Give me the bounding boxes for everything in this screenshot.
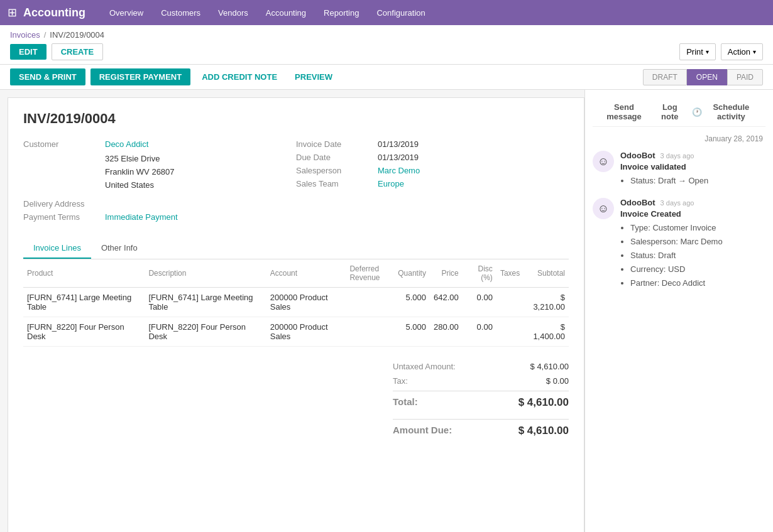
salesperson-row: Salesperson Marc Demo: [296, 166, 569, 175]
table-row[interactable]: [FURN_8220] Four Person Desk [FURN_8220]…: [23, 317, 569, 347]
tax-value: $ 0.00: [506, 376, 569, 386]
delivery-address-row: Delivery Address: [23, 199, 296, 209]
payment-terms-row: Payment Terms Immediate Payment: [23, 212, 296, 222]
breadcrumb: Invoices / INV/2019/0004: [10, 30, 763, 40]
delivery-address-label: Delivery Address: [23, 199, 105, 209]
add-credit-note-button[interactable]: ADD CREDIT NOTE: [195, 68, 283, 85]
message-time: 3 days ago: [661, 152, 694, 160]
total-value: $ 4,610.00: [506, 396, 569, 409]
cell-deferred: [346, 288, 394, 317]
nav-vendors[interactable]: Vendors: [209, 0, 257, 25]
cell-account: 200000 Product Sales: [266, 288, 346, 317]
status-draft-button[interactable]: DRAFT: [643, 69, 687, 85]
print-button[interactable]: Print ▾: [679, 43, 716, 60]
avatar: ☺: [593, 198, 614, 219]
send-message-button[interactable]: Send message: [600, 102, 648, 121]
cell-subtotal: $ 3,210.00: [524, 288, 569, 317]
col-header-disc: Disc (%): [463, 259, 496, 288]
edit-button[interactable]: EDIT: [10, 44, 47, 60]
action-button[interactable]: Action ▾: [721, 43, 763, 60]
cell-account: 200000 Product Sales: [266, 317, 346, 347]
customer-name[interactable]: Deco Addict: [105, 139, 148, 149]
payment-terms-value[interactable]: Immediate Payment: [105, 212, 178, 222]
nav-configuration[interactable]: Configuration: [368, 0, 434, 25]
nav-customers[interactable]: Customers: [152, 0, 209, 25]
send-print-button[interactable]: SEND & PRINT: [10, 68, 85, 85]
cell-quantity: 5.000: [394, 317, 430, 347]
print-arrow-icon: ▾: [706, 48, 709, 55]
col-header-price: Price: [430, 259, 463, 288]
totals-table: Untaxed Amount: $ 4,610.00 Tax: $ 0.00 T…: [393, 359, 569, 440]
untaxed-label: Untaxed Amount:: [393, 362, 456, 371]
date-divider: January 28, 2019: [593, 134, 765, 143]
cell-disc: 0.00: [463, 288, 496, 317]
col-header-quantity: Quantity: [394, 259, 430, 288]
app-grid-icon[interactable]: ⊞: [8, 6, 17, 19]
invoice-lines-table: Product Description Account Deferred Rev…: [23, 259, 569, 347]
invoice-date-label: Invoice Date: [296, 139, 378, 149]
message-list: Status: Draft → Open: [630, 174, 708, 188]
action-arrow-icon: ▾: [753, 48, 756, 55]
cell-description: [FURN_8220] Four Person Desk: [145, 317, 266, 347]
address-line3: United States: [105, 179, 296, 192]
schedule-icon: 🕐: [692, 107, 702, 117]
total-row: Total: $ 4,610.00: [393, 391, 569, 411]
cell-product: [FURN_6741] Large Meeting Table: [23, 288, 145, 317]
invoice-details-section: Invoice Date 01/13/2019 Due Date 01/13/2…: [296, 139, 569, 225]
chatter-actions: Send message Log note 🕐 Schedule activit…: [593, 97, 765, 127]
message-author: OdooBot: [620, 198, 655, 207]
invoice-content: INV/2019/0004 Customer Deco Addict 325 E…: [8, 97, 584, 532]
message-list-item: Status: Draft → Open: [630, 174, 708, 188]
customer-field-row: Customer Deco Addict: [23, 139, 296, 149]
cell-taxes: [496, 317, 524, 347]
message-body: OdooBot 3 days ago Invoice Created Type:…: [620, 198, 723, 290]
action-label: Action: [728, 47, 750, 57]
due-date-row: Due Date 01/13/2019: [296, 153, 569, 162]
print-label: Print: [686, 47, 703, 57]
invoice-date-row: Invoice Date 01/13/2019: [296, 139, 569, 149]
tab-other-info[interactable]: Other Info: [91, 238, 148, 259]
workflow-bar: SEND & PRINT REGISTER PAYMENT ADD CREDIT…: [0, 65, 773, 90]
col-header-description: Description: [145, 259, 266, 288]
cell-price: 642.00: [430, 288, 463, 317]
status-paid-button[interactable]: PAID: [727, 69, 763, 85]
invoice-header: Customer Deco Addict 325 Elsie Drive Fra…: [23, 139, 569, 225]
cell-taxes: [496, 288, 524, 317]
invoice-tabs: Invoice Lines Other Info: [23, 238, 569, 259]
message-item: ☺ OdooBot 3 days ago Invoice Created Typ…: [593, 198, 765, 290]
messages-container: ☺ OdooBot 3 days ago Invoice validated S…: [593, 151, 765, 291]
cell-product: [FURN_8220] Four Person Desk: [23, 317, 145, 347]
sales-team-value[interactable]: Europe: [378, 179, 404, 188]
breadcrumb-bar: Invoices / INV/2019/0004 EDIT CREATE Pri…: [0, 25, 773, 65]
message-header: OdooBot 3 days ago: [620, 151, 708, 160]
tax-label: Tax:: [393, 376, 408, 386]
status-open-button[interactable]: OPEN: [687, 69, 727, 85]
preview-button[interactable]: PREVIEW: [288, 68, 339, 85]
address-line2: Franklin WV 26807: [105, 166, 296, 179]
payment-terms-label: Payment Terms: [23, 212, 105, 222]
message-item: ☺ OdooBot 3 days ago Invoice validated S…: [593, 151, 765, 188]
app-title: Accounting: [23, 6, 85, 19]
sales-team-row: Sales Team Europe: [296, 179, 569, 188]
schedule-activity-button[interactable]: 🕐 Schedule activity: [692, 102, 758, 121]
status-buttons: DRAFT OPEN PAID: [643, 69, 763, 85]
tax-row: Tax: $ 0.00: [393, 374, 569, 388]
tab-invoice-lines[interactable]: Invoice Lines: [23, 238, 91, 259]
log-note-button[interactable]: Log note: [655, 102, 684, 121]
due-date-value: 01/13/2019: [378, 153, 419, 162]
message-title: Invoice Created: [620, 209, 723, 219]
register-payment-button[interactable]: REGISTER PAYMENT: [90, 68, 190, 85]
message-list: Type: Customer InvoiceSalesperson: Marc …: [630, 221, 723, 290]
address-line1: 325 Elsie Drive: [105, 153, 296, 166]
amount-due-row: Amount Due: $ 4,610.00: [393, 419, 569, 440]
untaxed-value: $ 4,610.00: [506, 362, 569, 371]
breadcrumb-invoices[interactable]: Invoices: [10, 30, 40, 40]
nav-overview[interactable]: Overview: [101, 0, 152, 25]
nav-reporting[interactable]: Reporting: [315, 0, 368, 25]
create-button[interactable]: CREATE: [52, 43, 103, 60]
message-list-item: Type: Customer Invoice: [630, 221, 723, 235]
col-header-product: Product: [23, 259, 145, 288]
table-row[interactable]: [FURN_6741] Large Meeting Table [FURN_67…: [23, 288, 569, 317]
nav-accounting[interactable]: Accounting: [257, 0, 315, 25]
salesperson-value[interactable]: Marc Demo: [378, 166, 420, 175]
